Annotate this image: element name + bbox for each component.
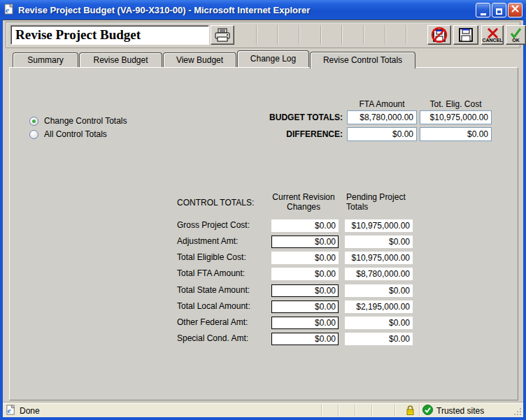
radio-change-control-totals[interactable]: Change Control Totals — [29, 116, 127, 126]
window-controls — [476, 3, 523, 17]
current-input[interactable] — [271, 300, 339, 313]
close-icon — [511, 5, 519, 13]
row-label: Total State Amount: — [177, 285, 250, 295]
control-totals-label: CONTROL TOTALS: — [177, 198, 254, 208]
row-label: Adjustment Amt: — [177, 236, 238, 246]
done-page-icon: e — [6, 405, 16, 417]
toolbar-empty-cells — [235, 25, 428, 45]
difference-label: DIFFERENCE: — [217, 129, 343, 139]
col-header-fta-amount: FTA Amount — [347, 99, 417, 109]
ok-button[interactable]: OK — [506, 25, 526, 45]
security-zone-text: Trusted sites — [436, 406, 484, 416]
cancel-button[interactable]: CANCEL — [481, 25, 504, 45]
col-header-pending-project-totals: Pending Project Totals — [346, 192, 416, 212]
current-input[interactable] — [271, 333, 339, 345]
row-label: Total Local Amount: — [177, 301, 250, 311]
resize-grip[interactable] — [513, 407, 523, 417]
maximize-icon — [496, 8, 502, 15]
tab-change-log[interactable]: Change Log — [237, 50, 309, 67]
form-title: Revise Project Budget — [10, 25, 209, 45]
save-icon — [457, 27, 474, 43]
pending-field: $0.00 — [345, 333, 413, 345]
radio-selected-icon — [29, 117, 38, 126]
close-button[interactable] — [508, 3, 523, 17]
pending-field: $2,195,000.00 — [345, 300, 413, 313]
current-field: $0.00 — [271, 268, 339, 280]
minimize-button[interactable] — [476, 3, 490, 17]
tab-revise-control-totals[interactable]: Revise Control Totals — [310, 52, 415, 68]
pending-field: $0.00 — [345, 317, 413, 329]
save-button[interactable] — [453, 25, 478, 45]
cancel-x-icon — [487, 28, 499, 38]
pending-field: $10,975,000.00 — [345, 252, 413, 264]
row-label: Special Cond. Amt: — [177, 333, 248, 343]
svg-text:e: e — [6, 6, 9, 14]
radio-unselected-icon — [29, 130, 38, 139]
tab-revise-budget[interactable]: Revise Budget — [79, 52, 162, 67]
budget-totals-fta-field: $8,780,000.00 — [347, 110, 417, 124]
radio-label: All Control Totals — [44, 129, 107, 139]
maximize-button[interactable] — [492, 3, 506, 17]
ie-page-icon: e — [3, 3, 15, 17]
row-label: Gross Project Cost: — [177, 220, 250, 230]
window-client-area: Revise Project Budget — [3, 20, 523, 417]
ok-check-icon — [510, 28, 522, 38]
title-bar: e Revise Project Budget (VA-90-X310-00) … — [0, 0, 526, 20]
row-label: Total Eligible Cost: — [177, 252, 246, 262]
minimize-icon — [481, 13, 486, 15]
pending-field: $8,780,000.00 — [345, 268, 413, 280]
ok-label: OK — [512, 38, 520, 43]
tab-summary[interactable]: Summary — [13, 52, 78, 67]
pending-field: $10,975,000.00 — [345, 219, 413, 232]
col-header-tot-elig-cost: Tot. Elig. Cost — [420, 99, 492, 109]
current-input[interactable] — [271, 284, 339, 297]
radio-label: Change Control Totals — [44, 116, 127, 126]
window-title: Revise Project Budget (VA-90-X310-00) - … — [18, 5, 476, 15]
current-input[interactable] — [271, 317, 339, 329]
trusted-sites-icon — [422, 405, 433, 417]
pending-field: $0.00 — [345, 284, 413, 297]
difference-fta-field: $0.00 — [347, 127, 417, 141]
lock-icon — [406, 405, 415, 418]
row-label: Total FTA Amount: — [177, 268, 245, 278]
radio-all-control-totals[interactable]: All Control Totals — [29, 129, 107, 139]
budget-totals-label: BUDGET TOTALS: — [217, 113, 343, 122]
status-bar: e Done — [3, 403, 523, 417]
revise-control-totals-panel: Change Control Totals All Control Totals… — [9, 67, 518, 400]
save-disabled-icon — [431, 27, 448, 43]
svg-text:e: e — [8, 407, 11, 414]
form-toolbar: Revise Project Budget — [6, 22, 520, 48]
current-input[interactable] — [271, 236, 339, 248]
pending-field: $0.00 — [345, 236, 413, 248]
tab-view-budget[interactable]: View Budget — [163, 52, 236, 67]
current-field: $0.00 — [271, 252, 339, 264]
print-button[interactable] — [211, 25, 234, 45]
difference-tec-field: $0.00 — [420, 127, 492, 141]
save-disabled-button[interactable] — [427, 25, 451, 45]
browser-window: e Revise Project Budget (VA-90-X310-00) … — [0, 0, 526, 420]
row-label: Other Federal Amt: — [177, 317, 248, 327]
cancel-label: CANCEL — [482, 38, 502, 43]
current-field: $0.00 — [271, 219, 339, 232]
col-header-current-revision-changes: Current Revision Changes — [264, 192, 343, 212]
budget-totals-tec-field: $10,975,000.00 — [420, 110, 492, 124]
printer-icon — [214, 28, 231, 42]
status-text: Done — [20, 406, 40, 416]
